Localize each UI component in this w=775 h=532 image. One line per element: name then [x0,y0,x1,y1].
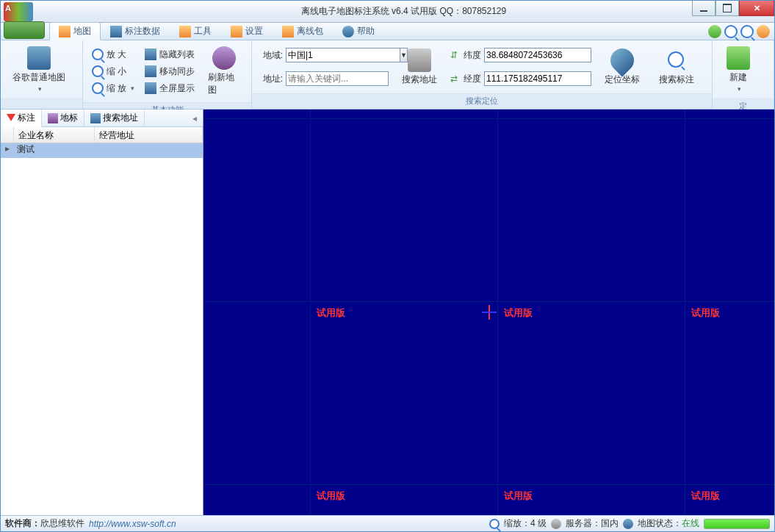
map-tile [203,118,310,301]
progress-bar [704,519,770,529]
table-row[interactable]: ▸ 测试 [1,143,203,158]
title-bar: 离线电子地图标注系统 v6.4 试用版 QQ：807852129 [1,1,774,23]
app-menu-button[interactable] [4,21,45,39]
server-value: 国内 [601,518,619,528]
window-controls [692,1,774,16]
zoom-in-label: 放 大 [107,48,126,61]
gear-icon [231,26,242,37]
progress-fill [704,520,769,528]
package-icon [282,26,294,37]
new-icon [727,46,750,70]
hide-columns-label: 隐藏列表 [159,48,195,61]
side-panel: 标注 地标 搜索地址 ◂ 企业名称 经营地址 ▸ 测试 [1,109,203,515]
zoom-status-value: 4 级 [530,518,547,528]
lat-input[interactable] [484,48,591,62]
side-tabs: 标注 地标 搜索地址 ◂ [1,109,203,127]
lat-label: 纬度 [461,49,481,62]
zoom-status-icon [489,519,500,529]
tab-map-label: 地图 [73,25,91,37]
map-tile: 试用版 [497,484,685,515]
address-input[interactable] [286,71,389,86]
grid-header-name[interactable]: 企业名称 [14,127,95,143]
ribbon-group-basic: 放 大 缩 小 缩 放 隐藏列表 移动同步 全屏显示 刷新地图 基本功能 [83,40,252,109]
vendor-url[interactable]: http://www.xsw-soft.cn [89,519,176,529]
tab-offlinepkg[interactable]: 离线包 [273,22,333,40]
map-canvas[interactable]: 试用版 试用版 试用版 试用版 试用版 试用版 试用版 试用版 试用版 试用版 … [203,109,774,515]
refresh-icon[interactable] [708,25,721,38]
map-tile: 试用版 [310,109,497,118]
maximize-button[interactable] [715,1,739,16]
hide-columns-button[interactable]: 隐藏列表 [142,47,198,62]
main-area: 标注 地标 搜索地址 ◂ 企业名称 经营地址 ▸ 测试 试用版 试用版 试用版 … [1,109,774,515]
map-tile [310,118,497,301]
tab-offlinepkg-label: 离线包 [297,25,323,37]
map-tile: 试用版 [310,484,497,515]
tab-help-label: 帮助 [357,25,375,37]
landmark-icon [48,113,58,123]
lng-arrow-icon: ⇄ [450,73,458,84]
chevron-down-icon[interactable]: ▼ [400,48,408,62]
move-sync-label: 移动同步 [159,65,195,78]
zoom-in-button[interactable]: 放 大 [89,47,137,62]
magnify-plus-icon [92,48,104,60]
map-tile: 试用版 [203,484,310,515]
side-tab-search[interactable]: 搜索地址 [84,109,145,126]
row-addr [95,143,203,158]
region-input[interactable] [286,48,400,62]
row-pointer-icon: ▸ [1,143,14,158]
list-icon [145,48,156,60]
data-icon [110,26,122,37]
side-tab-marker[interactable]: 标注 [1,109,42,127]
map-tile [497,118,685,301]
map-icon [59,26,71,37]
pin-icon [605,43,638,76]
sync-icon [145,65,156,77]
map-source-label: 谷歌普通地图 [12,71,65,84]
magnify-icon [92,82,104,94]
lng-label: 经度 [461,73,481,85]
side-tab-landmark-label: 地标 [60,112,78,124]
zoom-button[interactable]: 缩 放 [89,81,137,96]
info-icon[interactable] [757,25,770,38]
marker-icon [7,114,15,126]
region-combo[interactable]: ▼ [286,48,389,62]
window-title: 离线电子地图标注系统 v6.4 试用版 QQ：807852129 [33,5,774,18]
new-marker-button[interactable]: 新建 [718,43,758,96]
search-marker-button[interactable]: 搜索标注 [653,46,700,89]
grid-header-addr[interactable]: 经营地址 [95,127,203,143]
ribbon-group-mapsource: 谷歌普通地图 [1,40,83,109]
tab-help[interactable]: 帮助 [333,22,384,40]
fullscreen-button[interactable]: 全屏显示 [142,81,198,96]
server-label: 服务器： [566,518,601,528]
tab-map[interactable]: 地图 [49,22,101,40]
map-tile: 试用版 [310,301,497,484]
tab-tools[interactable]: 工具 [170,22,221,40]
side-tab-search-label: 搜索地址 [103,112,138,124]
group-search-label: 搜索定位 [252,93,712,109]
binoculars-icon [408,48,431,72]
search-marker-icon [665,48,688,72]
zoom-in-icon[interactable] [724,25,738,38]
map-tile: 试用版 [685,301,774,484]
map-tile: 试用版 [685,484,774,515]
refresh-map-button[interactable]: 刷新地图 [202,43,245,99]
side-tab-landmark[interactable]: 地标 [42,109,84,126]
close-button[interactable] [739,1,774,16]
tab-markdata-label: 标注数据 [125,25,160,37]
map-source-button[interactable]: 谷歌普通地图 [7,43,71,96]
fullscreen-label: 全屏显示 [159,82,195,95]
minimize-button[interactable] [692,1,715,16]
mapstate-value: 在线 [682,518,699,528]
tab-settings[interactable]: 设置 [221,22,273,40]
server-icon [551,519,561,529]
app-icon [4,2,33,21]
side-tab-chevron[interactable]: ◂ [187,109,203,126]
map-tile: 试用版 [497,301,685,484]
tab-markdata[interactable]: 标注数据 [101,22,170,40]
zoom-out-button[interactable]: 缩 小 [89,64,137,79]
lng-input[interactable] [484,71,591,86]
move-sync-button[interactable]: 移动同步 [142,64,198,79]
locate-coord-button[interactable]: 定位坐标 [599,46,646,89]
map-tile: 试用版 [685,109,774,118]
zoom-out-icon[interactable] [740,25,754,38]
